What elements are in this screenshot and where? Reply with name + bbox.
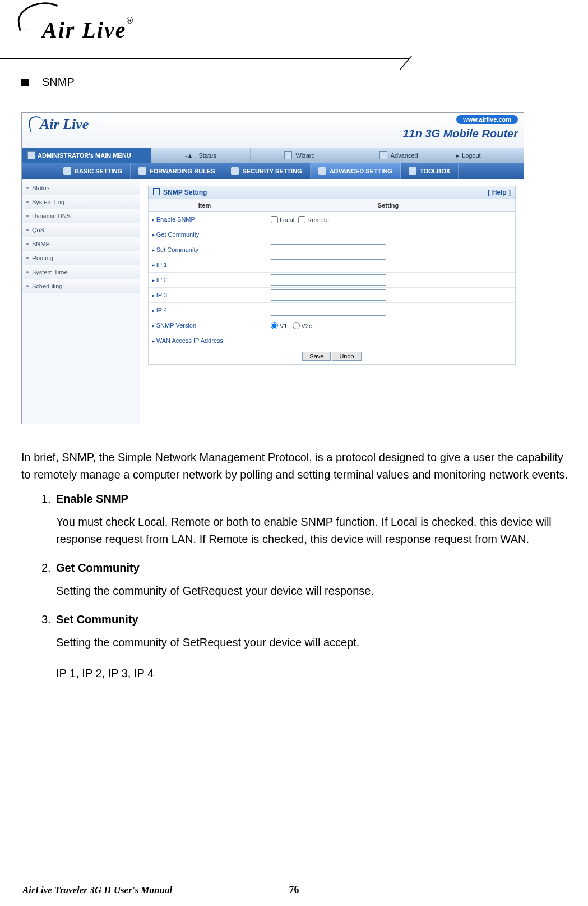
header-rule <box>0 56 588 70</box>
checkbox-remote-wrap[interactable]: Remote <box>298 217 329 223</box>
radio-v2c-wrap[interactable]: V2c <box>293 323 312 329</box>
tab-wizard[interactable]: Wizard <box>250 148 349 163</box>
save-button[interactable]: Save <box>302 352 331 361</box>
numbered-list: 1.Enable SNMP You must check Local, Remo… <box>41 493 568 682</box>
doc-logo-text: Air Live <box>42 17 126 43</box>
list-item-1: 1.Enable SNMP You must check Local, Remo… <box>41 493 568 548</box>
tab-status[interactable]: -▲Status <box>151 148 250 163</box>
toolbar-security-setting[interactable]: SECURITY SETTING <box>223 163 310 179</box>
main-menu-bar: ADMINISTRATOR's MAIN MENU -▲Status Wizar… <box>22 148 524 163</box>
checkbox-local-wrap[interactable]: Local <box>271 217 294 223</box>
toolbox-icon <box>409 167 416 175</box>
toolbar-basic-setting[interactable]: BASIC SETTING <box>55 163 131 179</box>
advanced-setting-icon <box>318 167 326 175</box>
row-get-community: Get Community <box>149 227 515 242</box>
toolbar-toolbox[interactable]: TOOLBOX <box>401 163 459 179</box>
router-ui-screenshot: Air Live www.airlive.com 11n 3G Mobile R… <box>21 112 524 424</box>
doc-logo: Air Live® <box>11 6 134 32</box>
input-get-community[interactable] <box>271 229 386 240</box>
input-ip1[interactable] <box>271 259 386 270</box>
panel-title-text: SNMP Setting <box>163 188 207 196</box>
row-ip4: IP 4 <box>149 303 515 318</box>
bullet-square-icon <box>21 79 29 86</box>
input-ip2[interactable] <box>271 274 386 286</box>
toolbar-advanced-setting[interactable]: ADVANCED SETTING <box>311 163 401 179</box>
forwarding-icon <box>138 167 146 175</box>
checkbox-remote[interactable] <box>298 216 305 223</box>
intro-paragraph: In brief, SNMP, the Simple Network Manag… <box>21 449 568 484</box>
list-item-3-body: Setting the community of SetRequest your… <box>56 634 568 651</box>
sidebar-item-dynamic-dns[interactable]: Dynamic DNS <box>22 209 140 223</box>
model-name: 11n 3G Mobile Router <box>402 127 518 140</box>
section-title: SNMP <box>42 76 75 88</box>
security-icon <box>231 167 239 175</box>
checkbox-local[interactable] <box>271 216 278 223</box>
list-item-3-extra: IP 1, IP 2, IP 3, IP 4 <box>56 665 568 682</box>
url-pill[interactable]: www.airlive.com <box>456 115 518 124</box>
input-ip3[interactable] <box>271 289 386 301</box>
list-item-3: 3.Set Community Setting the community of… <box>41 613 568 682</box>
input-wan-access-ip[interactable] <box>271 335 386 346</box>
help-link[interactable]: [ Help ] <box>488 188 511 196</box>
sidebar-item-system-time[interactable]: System Time <box>22 265 140 279</box>
table-header: Item Setting <box>149 199 515 212</box>
sidebar-item-routing[interactable]: Routing <box>22 251 140 265</box>
radio-v1-wrap[interactable]: V1 <box>271 323 287 329</box>
wizard-icon <box>284 151 292 159</box>
page-footer: AirLive Traveler 3G II User's Manual 76 <box>22 884 566 896</box>
settings-panel: SNMP Setting [ Help ] Item Setting Enabl… <box>140 179 524 424</box>
shot-logo: Air Live <box>29 116 89 133</box>
list-item-2: 2.Get Community Setting the community of… <box>41 562 568 600</box>
sidebar-item-system-log[interactable]: System Log <box>22 195 140 209</box>
toolbar-forwarding-rules[interactable]: FORWARDING RULES <box>131 163 224 179</box>
col-setting: Setting <box>261 199 515 211</box>
undo-button[interactable]: Undo <box>332 352 361 361</box>
row-wan-access: WAN Access IP Address <box>149 333 515 348</box>
shot-header: Air Live www.airlive.com 11n 3G Mobile R… <box>22 113 524 148</box>
radio-v1[interactable] <box>271 322 278 329</box>
sidebar-item-status[interactable]: Status <box>22 181 140 195</box>
basic-icon <box>63 167 71 175</box>
row-ip3: IP 3 <box>149 288 515 303</box>
row-ip2: IP 2 <box>149 273 515 288</box>
label-enable-snmp: Enable SNMP <box>149 214 267 225</box>
logout-link[interactable]: ▸Logout <box>448 148 524 163</box>
col-item: Item <box>149 199 261 211</box>
advanced-icon <box>379 151 387 159</box>
row-ip1: IP 1 <box>149 257 515 273</box>
input-ip4[interactable] <box>271 305 386 316</box>
panel-square-icon <box>153 188 160 195</box>
list-item-1-body: You must check Local, Remote or both to … <box>56 513 568 548</box>
input-set-community[interactable] <box>271 244 386 255</box>
sidebar-item-qos[interactable]: QoS <box>22 223 140 237</box>
admin-icon <box>27 151 35 159</box>
row-snmp-version: SNMP Version V1 V2c <box>149 318 515 333</box>
radio-v2c[interactable] <box>293 322 300 329</box>
page-number: 76 <box>289 884 299 896</box>
button-row: SaveUndo <box>149 348 515 364</box>
panel-title-bar: SNMP Setting [ Help ] <box>148 186 516 199</box>
sidebar-item-snmp[interactable]: SNMP <box>22 237 140 251</box>
tab-advanced[interactable]: Advanced <box>349 148 448 163</box>
sidebar: Status System Log Dynamic DNS QoS SNMP R… <box>22 179 140 424</box>
settings-table: Item Setting Enable SNMP Local Remote Ge… <box>148 199 516 365</box>
list-item-2-body: Setting the community of GetRequest your… <box>56 582 568 600</box>
section-heading: SNMP <box>21 76 568 89</box>
toolbar: BASIC SETTING FORWARDING RULES SECURITY … <box>22 163 524 179</box>
sidebar-item-scheduling[interactable]: Scheduling <box>22 279 140 293</box>
footer-manual-title: AirLive Traveler 3G II User's Manual <box>22 885 172 895</box>
row-set-community: Set Community <box>149 242 515 257</box>
row-enable-snmp: Enable SNMP Local Remote <box>149 212 515 227</box>
registered-mark: ® <box>126 16 134 25</box>
admin-main-menu-label: ADMINISTRATOR's MAIN MENU <box>22 148 151 163</box>
